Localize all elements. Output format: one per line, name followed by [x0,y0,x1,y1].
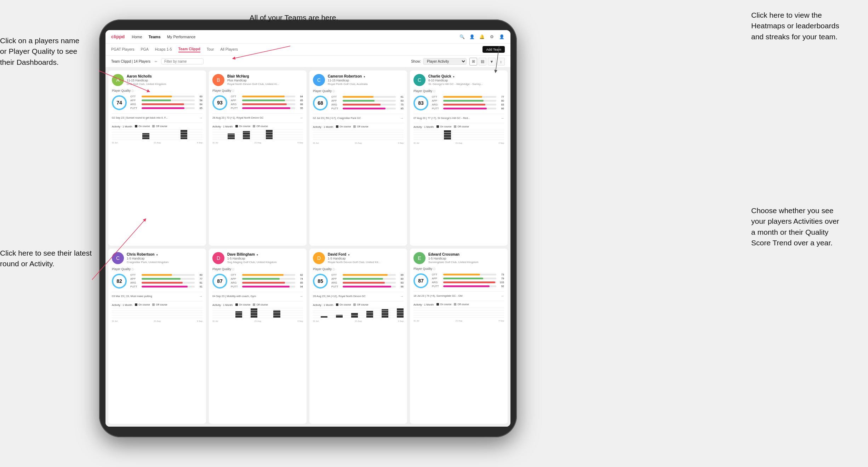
player-name[interactable]: Aaron Nicholls [127,74,202,79]
stat-row-putt: PUTT 91 [130,285,202,288]
quality-circle: 93 [212,95,227,110]
quality-content[interactable]: 83 OTT 77 APP 80 ARG 83 [413,95,504,111]
quality-content[interactable]: 87 OTT 73 APP 79 ARG 103 [413,273,504,289]
quality-circle: 68 [313,96,328,110]
stat-value: 88 [297,103,303,106]
quality-content[interactable]: 87 OTT 82 APP 74 ARG 85 [212,273,303,289]
player-name[interactable]: Charlie Quick ● [428,74,504,79]
player-info: Chris Robertson ● 1-5 Handicap Craigmill… [127,252,202,264]
stat-bar-bg [242,99,295,101]
list-view-icon[interactable]: ▤ [479,58,486,66]
latest-round[interactable]: 07 Aug 23 | 77 (+7), St George's Hill GC… [413,114,504,120]
stat-value: 95 [297,107,303,110]
player-name[interactable]: Blair McHarg [227,74,303,79]
tab-hcaps[interactable]: Hcaps 1-5 [155,47,172,52]
quality-circle: 87 [212,274,227,289]
player-name[interactable]: Cameron Robertson ● [328,74,404,79]
quality-stats: OTT 82 APP 74 ARG 85 PUTT 9 [231,273,303,289]
player-club: Royal North Devon Golf Club, United Kit.… [328,261,404,264]
stat-bar-bg [242,107,295,109]
stat-label-ott: OTT [231,95,241,98]
quality-score: 83 [418,100,424,106]
latest-round[interactable]: 02 Jul 23 | 59 (+17), Craigmillar Park G… [313,114,404,120]
player-info: Dave Billingham ● 1-5 Handicap Sog Magin… [227,252,303,264]
tab-pgat[interactable]: PGAT Players [111,47,135,52]
stat-value: 80 [498,99,504,102]
nav-link-performance[interactable]: My Performance [167,34,196,40]
player-header: C Cameron Robertson ● 11-15 Handicap Roy… [313,74,404,86]
player-header: C Chris Robertson ● 1-5 Handicap Craigmi… [112,252,202,264]
player-name[interactable]: Chris Robertson ● [127,252,202,257]
nav-link-teams[interactable]: Teams [149,34,161,40]
sort-icon[interactable]: ↕ [497,58,505,66]
player-name[interactable]: David Ford ● [328,252,404,257]
user-icon[interactable]: 👤 [469,34,475,40]
stat-value: 77 [498,95,504,98]
stat-bar-bg [443,285,496,287]
latest-round[interactable]: 03 Mar 23 | 19, Must make putting → [112,292,202,298]
edit-icon[interactable]: ✏ [155,60,158,63]
search-icon[interactable]: 🔍 [459,34,465,40]
tab-pga[interactable]: PGA [141,47,149,52]
stat-bar-bg [242,286,295,287]
quality-content[interactable]: 82 OTT 60 APP 77 ARG 81 [112,273,202,289]
tab-team-clippd[interactable]: Team Clippd [178,47,200,52]
stat-value: 86 [498,107,504,110]
stat-row-ott: OTT 60 [130,95,202,98]
stat-label-putt: PUTT [130,107,140,110]
stat-label-putt: PUTT [130,285,140,288]
settings-icon[interactable]: ⚙ [489,34,495,40]
stat-value: 79 [498,277,504,280]
tab-tour[interactable]: Tour [207,47,214,52]
show-select[interactable]: Player Activity Quality Score Trend [423,58,467,65]
stat-value: 103 [498,281,504,284]
quality-score: 85 [318,278,323,284]
player-handicap: 1-5 Handicap [227,257,303,261]
add-team-button[interactable]: Add Team [482,46,505,53]
tab-all-players[interactable]: All Players [220,47,238,52]
latest-round[interactable]: 26 Aug 23 | 73 (+1), Royal North Devon G… [212,113,303,120]
latest-round[interactable]: 04 Sep 23 | Mobility with coach, Gym → [212,292,303,298]
latest-round[interactable]: 02 Sep 23 | Sunset round to get back int… [112,113,202,120]
stat-label-app: APP [432,99,442,102]
quality-content[interactable]: 85 OTT 89 APP 80 ARG 83 [313,273,404,289]
filter-icon[interactable]: ▼ [488,58,496,66]
quality-label: Player Quality ⓘ [413,89,504,93]
stat-bar [242,99,285,101]
stat-label-arg: ARG [432,103,442,106]
activity-label: Activity · 1 Month On course Off course [313,301,404,307]
latest-round[interactable]: 26 Aug 23 | 84 (+12), Royal North Devon … [313,292,404,298]
quality-content[interactable]: 93 OTT 84 APP 85 ARG 88 [212,95,303,110]
stat-label-app: APP [331,277,341,280]
quality-content[interactable]: 68 OTT 61 APP 63 ARG 75 [313,95,404,111]
stat-bar [242,278,280,280]
stat-row-ott: OTT 73 [432,273,504,276]
player-name[interactable]: Edward Crossman [428,252,504,257]
stat-label-ott: OTT [130,273,140,277]
quality-label: Player Quality ⓘ [112,89,202,93]
stat-label-putt: PUTT [231,107,241,110]
ipad-frame: clippd Home Teams My Performance 🔍 👤 🔔 ⚙… [99,19,517,437]
stat-label-putt: PUTT [231,285,241,288]
stat-bar [343,274,388,276]
player-avatar: C [313,74,325,86]
filter-input[interactable] [161,58,204,64]
quality-content[interactable]: 74 OTT 60 APP 58 ARG 84 [112,95,202,110]
player-name[interactable]: Dave Billingham ● [227,252,303,257]
stat-label-arg: ARG [331,103,341,106]
avatar-icon[interactable]: 👤 [498,34,505,40]
bell-icon[interactable]: 🔔 [479,34,485,40]
latest-round[interactable]: 18 Jul 23 | 74 (+4), Sunningdale GC - Ol… [413,291,504,298]
stat-row-putt: PUTT 95 [231,107,303,110]
activity-label: Activity · 1 Month On course Off course [413,301,504,306]
navbar: clippd Home Teams My Performance 🔍 👤 🔔 ⚙… [105,30,510,44]
stat-bar-bg [443,278,496,279]
nav-link-home[interactable]: Home [132,34,142,40]
stat-row-arg: ARG 83 [331,281,404,284]
players-grid: A Aaron Nicholls 11-15 Handicap Drift Go… [105,68,510,427]
stat-value: 85 [397,107,404,110]
quality-stats: OTT 60 APP 77 ARG 81 PUTT 9 [130,273,202,289]
grid-view-icon[interactable]: ⊞ [469,58,477,66]
nav-logo[interactable]: clippd [111,34,125,39]
chart-lines [413,308,504,318]
